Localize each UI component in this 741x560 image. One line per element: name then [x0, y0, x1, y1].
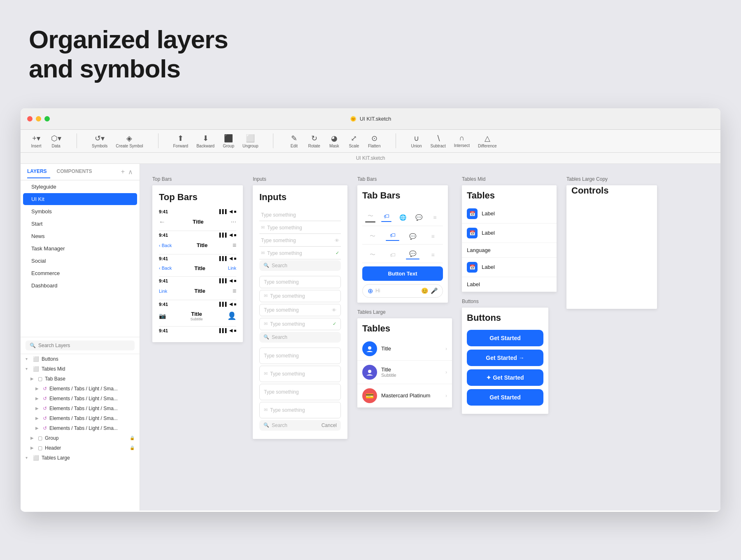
chat-input-row[interactable]: ⊕ Hi 😊 🎤	[362, 284, 443, 298]
input-demo-12[interactable]: ✉ Type something	[259, 366, 341, 382]
input-demo-14[interactable]: ✉ Type something	[259, 402, 341, 418]
list-item[interactable]: ▶ ↺ Elements / Tabs / Light / Sma...	[21, 394, 140, 404]
search-cancel-row[interactable]: 🔍 Search Cancel	[259, 420, 341, 431]
input-demo-7[interactable]: ✉ Type something	[259, 290, 341, 302]
toolbar-mask[interactable]: ◕ Mask	[325, 132, 343, 150]
nav-item-taskmanager[interactable]: Task Manager	[23, 243, 137, 254]
toolbar-intersect[interactable]: ∩ Intersect	[451, 132, 473, 149]
tab-item-tag-2[interactable]: 🏷	[382, 230, 403, 243]
add-layer-icon[interactable]: +	[121, 168, 125, 176]
button-text-primary[interactable]: Button Text	[362, 266, 443, 281]
toolbar-edit[interactable]: ✎ Edit	[285, 132, 303, 150]
toolbar-backward[interactable]: ⬇ Backward	[193, 132, 218, 150]
topbars-title: Top Bars	[159, 192, 236, 203]
nav-item-uikit[interactable]: UI Kit	[23, 193, 137, 205]
tab-item-activity-2[interactable]: 〜	[362, 231, 382, 242]
input-search-2[interactable]: 🔍 Search	[259, 332, 341, 343]
btn-get-started-4[interactable]: Get Started	[467, 389, 543, 406]
tab-item-activity-1[interactable]: 〜	[362, 211, 378, 224]
layer-row-tables-large[interactable]: ▾ ⬜ Tables Large	[21, 453, 140, 463]
input-demo-3[interactable]: Type something 👁	[259, 235, 341, 247]
maximize-button[interactable]	[44, 116, 50, 121]
input-demo-13[interactable]: Type something	[259, 384, 341, 400]
status-icons-2: ▌▌▌ ◀ ■	[219, 233, 236, 237]
toolbar-forward[interactable]: ⬆ Forward	[170, 132, 192, 150]
layer-row-header[interactable]: ▶ ▢ Header 🔒	[21, 443, 140, 453]
close-button[interactable]	[27, 116, 33, 121]
controls-section-label: Tables Large Copy	[566, 176, 657, 182]
check-icon-9: ✓	[333, 321, 336, 327]
doc-title-bar: UI KIT.sketch	[21, 153, 720, 164]
nav-item-styleguide[interactable]: Styleguide	[23, 181, 137, 193]
nav-bar-1: ← Title ···	[159, 217, 236, 227]
toolbar-subtract[interactable]: ∖ Subtract	[427, 132, 449, 150]
tab-components[interactable]: COMPONENTS	[57, 165, 96, 178]
table-mid-row-3[interactable]: Language	[462, 243, 557, 258]
scale-icon: ⤢	[351, 134, 357, 143]
layer-row-buttons[interactable]: ▾ ⬜ Buttons	[21, 354, 140, 364]
table-mid-row-1[interactable]: 📅 Label	[462, 204, 557, 224]
toolbar-union[interactable]: ∪ Union	[408, 132, 426, 150]
tab-item-tag-3[interactable]: 🏷	[382, 250, 403, 260]
list-item[interactable]: ▶ ↺ Elements / Tabs / Light / Sma...	[21, 413, 140, 423]
nav-item-ecommerce[interactable]: Ecommerce	[23, 267, 137, 279]
tab-item-tag-1[interactable]: 🏷	[378, 211, 394, 224]
canvas-area[interactable]: Top Bars Top Bars 9:41 ▌▌▌ ◀ ■	[140, 164, 720, 511]
toolbar-difference[interactable]: △ Difference	[475, 132, 500, 150]
input-demo-11[interactable]: Type something	[259, 348, 341, 364]
layer-name-symbol-1: Elements / Tabs / Light / Sma...	[49, 386, 135, 392]
toolbar-symbols[interactable]: ↺▾ Symbols	[89, 132, 111, 150]
table-mid-row-2[interactable]: 📅 Label	[462, 224, 557, 243]
tab-item-chat-2[interactable]: 💬	[403, 231, 423, 241]
table-large-row-1[interactable]: Title ›	[357, 337, 452, 361]
layer-row-group[interactable]: ▶ ▢ Group 🔒	[21, 433, 140, 443]
input-demo-4[interactable]: ✉ Type something ✓	[259, 247, 341, 259]
nav-item-start[interactable]: Start	[23, 218, 137, 230]
list-item[interactable]: ▶ ↺ Elements / Tabs / Light / Sma...	[21, 423, 140, 433]
input-demo-2[interactable]: ✉ Type something	[259, 222, 341, 234]
tab-item-menu-2[interactable]: ≡	[423, 231, 443, 241]
nav-item-news[interactable]: News	[23, 230, 137, 242]
nav-item-symbols[interactable]: Symbols	[23, 205, 137, 217]
tab-layers[interactable]: LAYERS	[27, 165, 50, 178]
input-demo-1[interactable]: Type something	[259, 209, 341, 221]
toolbar-rotate[interactable]: ↻ Rotate	[305, 132, 323, 150]
minimize-button[interactable]	[36, 116, 41, 121]
search-input-wrap[interactable]: 🔍	[26, 341, 135, 350]
input-search-1[interactable]: 🔍 Search	[259, 260, 341, 271]
input-demo-8[interactable]: Type something 👁	[259, 304, 341, 316]
table-mid-row-4[interactable]: 📅 Label	[462, 258, 557, 277]
tab-item-menu-1[interactable]: ≡	[427, 212, 443, 222]
collapse-icon[interactable]: ∧	[128, 168, 133, 176]
layer-row-tab-base[interactable]: ▶ ▢ Tab Base	[21, 374, 140, 384]
cancel-button[interactable]: Cancel	[322, 422, 337, 428]
table-large-row-2[interactable]: Title Subtitle ›	[357, 361, 452, 384]
table-mid-row-5[interactable]: Label	[462, 277, 557, 292]
tab-item-chat-3[interactable]: 💬	[403, 249, 423, 261]
toolbar-ungroup[interactable]: ⬜ Ungroup	[239, 132, 261, 150]
btn-get-started-2[interactable]: Get Started →	[467, 350, 543, 366]
nav-bar-4: Link Title ≡	[159, 286, 236, 296]
nav-item-social[interactable]: Social	[23, 255, 137, 267]
tab-item-activity-3[interactable]: 〜	[362, 250, 382, 260]
nav-item-dashboard[interactable]: Dashboard	[23, 280, 137, 292]
table-large-row-3[interactable]: 💳 Mastercard Platinum ›	[357, 384, 452, 408]
toolbar-data[interactable]: ⬡▾ Data	[47, 132, 65, 150]
toolbar-flatten[interactable]: ⊙ Flatten	[365, 132, 384, 150]
toolbar-scale[interactable]: ⤢ Scale	[345, 132, 363, 150]
input-demo-9[interactable]: ✉ Type something ✓	[259, 318, 341, 330]
toolbar-create-symbol[interactable]: ◈ Create Symbol	[112, 132, 146, 150]
input-demo-6[interactable]: Type something	[259, 276, 341, 288]
list-item[interactable]: ▶ ↺ Elements / Tabs / Light / Sma...	[21, 404, 140, 413]
layer-row-tables-mid[interactable]: ▾ ⬜ Tables Mid	[21, 364, 140, 374]
btn-get-started-3[interactable]: ✦ Get Started	[467, 369, 543, 386]
toolbar-insert[interactable]: +▾ Insert	[27, 132, 45, 150]
tab-item-menu-3[interactable]: ≡	[423, 250, 443, 260]
toolbar-group[interactable]: ⬛ Group	[219, 132, 238, 150]
group-icon: ⬛	[224, 134, 233, 143]
search-input[interactable]	[38, 343, 130, 348]
tab-item-globe-1[interactable]: 🌐	[394, 212, 410, 222]
btn-get-started-1[interactable]: Get Started	[467, 330, 543, 346]
tab-item-chat-1[interactable]: 💬	[411, 212, 427, 222]
list-item[interactable]: ▶ ↺ Elements / Tabs / Light / Sma...	[21, 384, 140, 394]
